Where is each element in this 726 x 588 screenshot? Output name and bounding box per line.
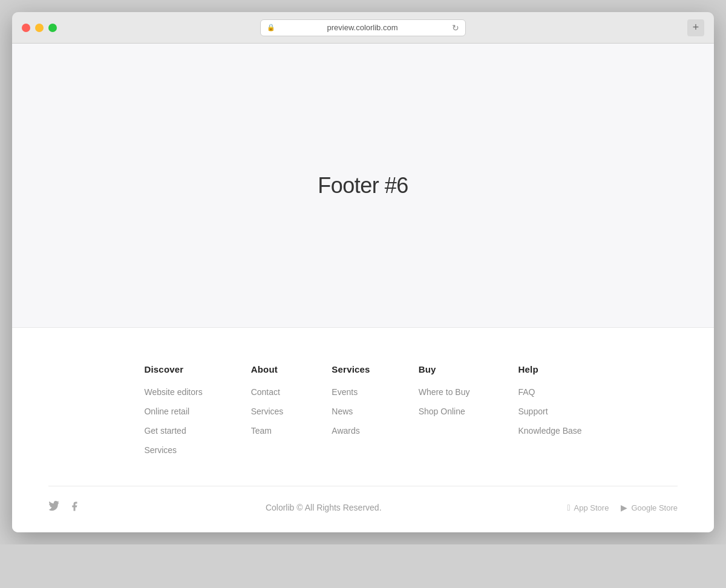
footer-link[interactable]: Team [251,426,272,436]
reload-button[interactable]: ↻ [452,23,459,33]
twitter-link[interactable] [48,501,59,514]
address-bar[interactable]: 🔒 preview.colorlib.com ↻ [260,19,466,36]
footer-col-title-buy: Buy [419,364,470,374]
footer-link[interactable]: Support [518,407,548,416]
hero-section: Footer #6 [12,44,714,328]
footer-col-links-services: EventsNewsAwards [332,387,370,436]
copyright-text: Colorlib © All Rights Reserved. [266,503,382,512]
footer-col-links-help: FAQSupportKnowledge Base [518,387,582,436]
footer-link[interactable]: Knowledge Base [518,426,582,436]
footer-col-help: HelpFAQSupportKnowledge Base [518,364,582,456]
new-tab-button[interactable]: + [687,19,704,36]
page-content: Footer #6 DiscoverWebsite editorsOnline … [12,44,714,532]
footer-col-title-discover: Discover [144,364,202,374]
footer-link[interactable]: News [332,407,353,416]
footer-link[interactable]: Services [144,445,177,455]
facebook-link[interactable] [69,501,80,514]
footer-link[interactable]: FAQ [518,387,535,397]
footer-col-links-discover: Website editorsOnline retailGet startedS… [144,387,202,456]
minimize-button[interactable] [35,24,44,32]
footer-link[interactable]: Where to Buy [419,387,470,397]
browser-titlebar: 🔒 preview.colorlib.com ↻ + [12,12,714,44]
footer-link[interactable]: Awards [332,426,359,436]
store-links:  App Store ▶ Google Store [567,503,678,512]
footer-col-buy: BuyWhere to BuyShop Online [419,364,470,456]
footer-link[interactable]: Website editors [144,387,202,397]
url-text: preview.colorlib.com [279,23,446,32]
footer: DiscoverWebsite editorsOnline retailGet … [12,328,714,532]
footer-link[interactable]: Services [251,407,284,416]
app-store-link[interactable]:  App Store [567,503,609,512]
maximize-button[interactable] [48,24,57,32]
traffic-lights [22,24,57,32]
lock-icon: 🔒 [267,24,275,31]
google-store-link[interactable]: ▶ Google Store [621,503,678,512]
footer-col-title-services: Services [332,364,370,374]
play-icon: ▶ [621,503,627,512]
footer-col-title-help: Help [518,364,582,374]
footer-col-links-buy: Where to BuyShop Online [419,387,470,417]
footer-bottom: Colorlib © All Rights Reserved.  App St… [12,486,714,532]
apple-icon:  [567,503,570,512]
footer-col-about: AboutContactServicesTeam [251,364,284,456]
footer-col-links-about: ContactServicesTeam [251,387,284,436]
hero-title: Footer #6 [318,173,408,198]
footer-nav: DiscoverWebsite editorsOnline retailGet … [12,364,714,486]
google-store-label: Google Store [631,503,678,512]
footer-col-services: ServicesEventsNewsAwards [332,364,370,456]
footer-link[interactable]: Events [332,387,358,397]
app-store-label: App Store [574,503,609,512]
footer-link[interactable]: Online retail [144,407,189,416]
browser-window: 🔒 preview.colorlib.com ↻ + Footer #6 Dis… [12,12,714,532]
footer-link[interactable]: Get started [144,426,186,436]
footer-col-title-about: About [251,364,284,374]
footer-link[interactable]: Contact [251,387,280,397]
footer-col-discover: DiscoverWebsite editorsOnline retailGet … [144,364,202,456]
footer-link[interactable]: Shop Online [419,407,465,416]
close-button[interactable] [22,24,30,32]
social-icons [48,501,80,514]
